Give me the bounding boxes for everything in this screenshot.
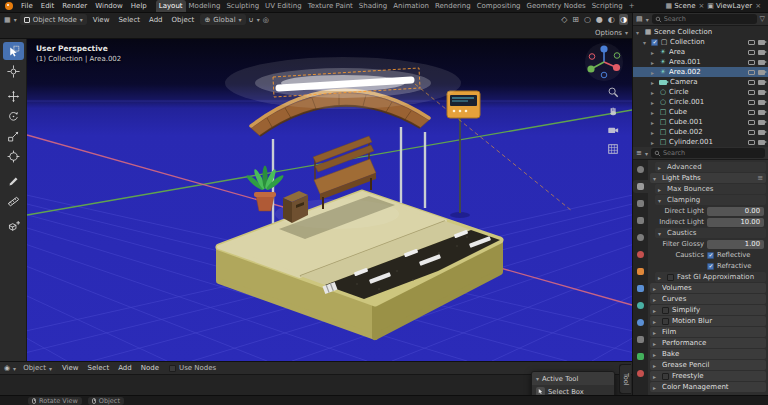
transform-orientation-selector[interactable]: ⊕ Global ▾ [200,14,245,25]
disable-in-renders-icon[interactable] [758,50,765,55]
workspace-tab-compositing[interactable]: Compositing [474,0,524,12]
hide-in-viewport-icon[interactable] [748,40,755,45]
panel-caustics[interactable]: ▾Caustics [655,228,766,238]
panel-clamping[interactable]: ▾Clamping [655,195,766,205]
hide-in-viewport-icon[interactable] [748,130,755,135]
tab-material[interactable] [633,367,648,380]
active-tool-popup-header[interactable]: ▾ Active Tool [532,372,614,385]
outliner-item-circle-001[interactable]: ▸○ Circle.001 [633,97,768,107]
workspace-tab-shading[interactable]: Shading [356,0,390,12]
panel-film[interactable]: ▸Film [650,327,766,337]
shader-view-menu[interactable]: View [59,364,82,372]
panel-color-management[interactable]: ▸Color Management [650,382,766,392]
menu-file[interactable]: File [17,0,37,13]
panel-motion-blur[interactable]: ▸Motion Blur [650,316,766,326]
menu-help[interactable]: Help [127,0,151,13]
properties-search-input[interactable] [663,149,762,157]
add-workspace-button[interactable]: + [626,0,638,12]
outliner-item-cube[interactable]: ▸□ Cube [633,107,768,117]
panel-max-bounces[interactable]: ▸Max Bounces [655,184,766,194]
filter-glossy-value-field[interactable]: 1.00 [707,240,764,249]
workspace-tab-rendering[interactable]: Rendering [432,0,474,12]
shader-add-menu[interactable]: Add [115,364,135,372]
tool-add-cube[interactable] [3,217,24,235]
outliner-item-cylinder-001[interactable]: ▸□ Cylinder.001 [633,137,768,147]
outliner-filter-icon[interactable]: ▽ [760,15,765,23]
tab-tool[interactable] [633,163,648,176]
disclosure-icon[interactable]: ▾ [636,29,642,36]
viewlayer-unlink-icon[interactable]: × [754,2,762,10]
panel-advanced[interactable]: ▸Advanced [655,162,766,172]
tab-object[interactable] [633,265,648,278]
viewport-3d[interactable]: User Perspective (1) Collection | Area.0… [27,39,632,361]
scene-name[interactable]: Scene [674,2,695,10]
toggle-perspective-grid-icon[interactable] [607,143,619,155]
panel-menu-icon[interactable]: ≡ [757,174,763,182]
shading-rendered-icon[interactable]: ◑ [619,14,628,25]
workspace-tab-geometry-nodes[interactable]: Geometry Nodes [524,0,589,12]
editor-type-icon[interactable]: ▦ [4,16,11,24]
move-view-hand-icon[interactable] [607,105,619,117]
panel-simplify[interactable]: ▸Simplify [650,305,766,315]
use-nodes-checkbox[interactable] [169,365,176,372]
disable-in-renders-icon[interactable] [758,40,765,45]
shader-node-menu[interactable]: Node [138,364,162,372]
workspace-tab-sculpting[interactable]: Sculpting [223,0,262,12]
tab-object-data[interactable] [633,350,648,363]
properties-editor-icon[interactable]: ≡ [636,149,642,157]
collection-checkbox[interactable] [651,39,658,46]
workspace-tab-animation[interactable]: Animation [390,0,432,12]
tool-sidebar-tab[interactable]: Tool [619,364,631,394]
show-gizmo-icon[interactable]: ◇ [560,14,568,25]
hide-in-viewport-icon[interactable] [748,100,755,105]
scene-unlink-icon[interactable]: × [697,2,705,10]
hide-in-viewport-icon[interactable] [748,140,755,145]
viewlayer-name[interactable]: ViewLayer [716,2,752,10]
tab-modifiers[interactable] [633,282,648,295]
mode-selector[interactable]: Object Mode ▾ [20,14,87,25]
shader-type-selector[interactable]: Object ▾ [19,363,56,374]
object-menu[interactable]: Object [169,16,198,24]
outliner-item-camera[interactable]: ▸ Camera [633,77,768,87]
outliner-collection-row[interactable]: ▾ ▢ Collection [633,37,768,47]
shading-wireframe-icon[interactable]: ○ [583,14,592,25]
disable-in-renders-icon[interactable] [758,140,765,145]
tab-world[interactable] [633,248,648,261]
tool-move[interactable] [3,87,24,105]
disable-in-renders-icon[interactable] [758,100,765,105]
tab-render[interactable] [633,180,648,193]
disable-in-renders-icon[interactable] [758,60,765,65]
properties-search[interactable] [651,148,765,158]
disclosure-icon[interactable]: ▾ [643,39,649,46]
outliner-item-cube-001[interactable]: ▸□ Cube.001 [633,117,768,127]
hide-in-viewport-icon[interactable] [748,120,755,125]
tool-annotate[interactable] [3,172,24,190]
camera-view-icon[interactable] [607,124,619,136]
disable-in-renders-icon[interactable] [758,110,765,115]
hide-in-viewport-icon[interactable] [748,70,755,75]
menu-edit[interactable]: Edit [37,0,59,13]
hide-in-viewport-icon[interactable] [748,60,755,65]
add-menu[interactable]: Add [146,16,166,24]
disable-in-renders-icon[interactable] [758,130,765,135]
outliner-search-input[interactable] [664,15,754,23]
disable-in-renders-icon[interactable] [758,90,765,95]
view-menu[interactable]: View [90,16,113,24]
proportional-editing-icon[interactable]: ◎ [263,16,269,24]
menu-render[interactable]: Render [58,0,91,13]
direct-light-value-field[interactable]: 0.00 [707,207,764,216]
reflective-checkbox[interactable] [707,252,714,259]
blender-logo-icon[interactable] [5,2,13,10]
disable-in-renders-icon[interactable] [758,80,765,85]
tool-cursor[interactable] [3,62,24,80]
tab-scene[interactable] [633,231,648,244]
hide-in-viewport-icon[interactable] [748,80,755,85]
select-menu[interactable]: Select [115,16,143,24]
tab-constraints[interactable] [633,333,648,346]
outliner-scene-collection-row[interactable]: ▾ ▦ Scene Collection [633,27,768,37]
panel-curves[interactable]: ▸Curves [650,294,766,304]
outliner-item-circle[interactable]: ▸○ Circle [633,87,768,97]
panel-grease-pencil[interactable]: ▸Grease Pencil [650,360,766,370]
hide-in-viewport-icon[interactable] [748,110,755,115]
disable-in-renders-icon[interactable] [758,70,765,75]
